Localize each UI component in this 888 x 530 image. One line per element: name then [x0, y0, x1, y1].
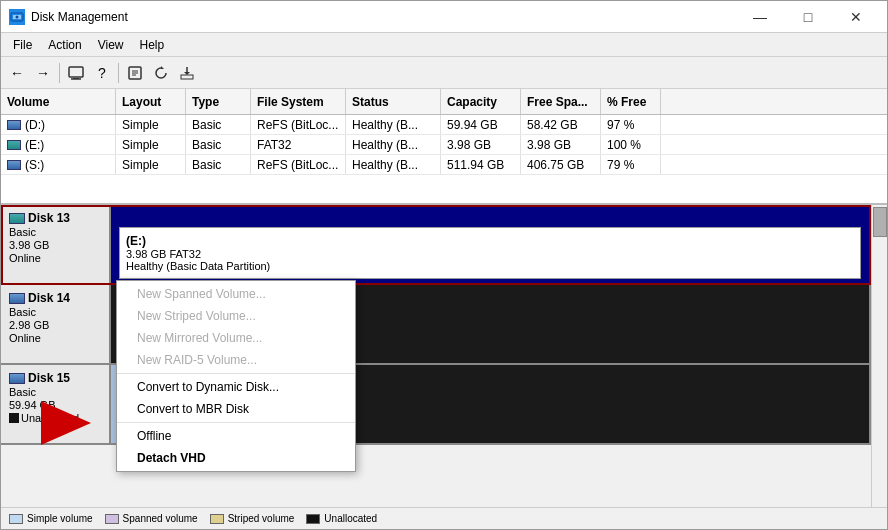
cell-volume: (S:): [1, 155, 116, 174]
legend-color-simple: [9, 514, 23, 524]
disk-info-13: Disk 13 Basic 3.98 GB Online: [1, 205, 111, 283]
table-row[interactable]: (D:) Simple Basic ReFS (BitLoc... Health…: [1, 115, 887, 135]
legend-unallocated: Unallocated: [306, 513, 377, 524]
partition-label: (E:): [126, 234, 854, 248]
disk-size-14: 2.98 GB: [9, 319, 101, 331]
ctx-separator-1: [117, 373, 355, 374]
menu-view[interactable]: View: [90, 36, 132, 54]
col-layout[interactable]: Layout: [116, 89, 186, 114]
context-menu: New Spanned Volume... New Striped Volume…: [116, 280, 356, 472]
unallocated-indicator: [9, 413, 19, 423]
legend-label-simple: Simple volume: [27, 513, 93, 524]
cell-status: Healthy (B...: [346, 135, 441, 154]
minimize-button[interactable]: —: [737, 3, 783, 31]
legend-color-spanned: [105, 514, 119, 524]
partition-e[interactable]: (E:) 3.98 GB FAT32 Healthy (Basic Data P…: [111, 205, 871, 283]
col-volume[interactable]: Volume: [1, 89, 116, 114]
export-button[interactable]: [175, 61, 199, 85]
arrow-shape: [41, 401, 91, 445]
disk-type-14: Basic: [9, 306, 101, 318]
legend-color-unallocated: [306, 514, 320, 524]
disk-info-14: Disk 14 Basic 2.98 GB Online: [1, 285, 111, 363]
col-capacity[interactable]: Capacity: [441, 89, 521, 114]
cell-free: 3.98 GB: [521, 135, 601, 154]
disk-type-15: Basic: [9, 386, 101, 398]
cell-free: 406.75 GB: [521, 155, 601, 174]
help-button[interactable]: ?: [90, 61, 114, 85]
svg-rect-3: [69, 67, 83, 77]
disk-name-row: Disk 13: [9, 211, 101, 225]
svg-marker-10: [161, 66, 164, 69]
disk-name-row-15: Disk 15: [9, 371, 101, 385]
disk-panel-13[interactable]: Disk 13 Basic 3.98 GB Online (E:) 3.98 G…: [1, 205, 871, 285]
ctx-convert-mbr[interactable]: Convert to MBR Disk: [117, 398, 355, 420]
ctx-new-spanned: New Spanned Volume...: [117, 283, 355, 305]
disk-partitions-13: (E:) 3.98 GB FAT32 Healthy (Basic Data P…: [111, 205, 871, 283]
column-headers: Volume Layout Type File System Status Ca…: [1, 89, 887, 115]
disk-name-14: Disk 14: [28, 291, 70, 305]
menu-bar: File Action View Help: [1, 33, 887, 57]
partition-detail: Healthy (Basic Data Partition): [126, 260, 854, 272]
scrollbar[interactable]: [871, 205, 887, 507]
back-button[interactable]: ←: [5, 61, 29, 85]
menu-file[interactable]: File: [5, 36, 40, 54]
arrow-indicator: [41, 401, 91, 445]
col-pct[interactable]: % Free: [601, 89, 661, 114]
legend-striped: Striped volume: [210, 513, 295, 524]
ctx-offline[interactable]: Offline: [117, 425, 355, 447]
properties-button[interactable]: [123, 61, 147, 85]
ctx-new-mirrored: New Mirrored Volume...: [117, 327, 355, 349]
legend-label-unallocated: Unallocated: [324, 513, 377, 524]
disk-icon-teal: [9, 213, 25, 224]
disk-name-row-14: Disk 14: [9, 291, 101, 305]
menu-action[interactable]: Action: [40, 36, 89, 54]
toolbar-separator-1: [59, 63, 60, 83]
drive-icon-blue: [7, 160, 21, 170]
ctx-separator-2: [117, 422, 355, 423]
cell-layout: Simple: [116, 115, 186, 134]
computer-button[interactable]: [64, 61, 88, 85]
table-row[interactable]: (E:) Simple Basic FAT32 Healthy (B... 3.…: [1, 135, 887, 155]
legend-spanned: Spanned volume: [105, 513, 198, 524]
app-icon: [9, 9, 25, 25]
refresh-button[interactable]: [149, 61, 173, 85]
cell-pct: 100 %: [601, 135, 661, 154]
disk-status: Online: [9, 252, 101, 264]
drive-icon-teal: [7, 140, 21, 150]
cell-capacity: 59.94 GB: [441, 115, 521, 134]
cell-status: Healthy (B...: [346, 155, 441, 174]
cell-capacity: 3.98 GB: [441, 135, 521, 154]
cell-layout: Simple: [116, 155, 186, 174]
legend-bar: Simple volume Spanned volume Striped vol…: [1, 507, 887, 529]
forward-button[interactable]: →: [31, 61, 55, 85]
disk-name: Disk 13: [28, 211, 70, 225]
volumes-table: (D:) Simple Basic ReFS (BitLoc... Health…: [1, 115, 887, 205]
col-free[interactable]: Free Spa...: [521, 89, 601, 114]
cell-fs: ReFS (BitLoc...: [251, 115, 346, 134]
disk-name-15: Disk 15: [28, 371, 70, 385]
cell-layout: Simple: [116, 135, 186, 154]
cell-capacity: 511.94 GB: [441, 155, 521, 174]
col-status[interactable]: Status: [346, 89, 441, 114]
col-filesystem[interactable]: File System: [251, 89, 346, 114]
disk-type: Basic: [9, 226, 101, 238]
cell-pct: 79 %: [601, 155, 661, 174]
legend-label-spanned: Spanned volume: [123, 513, 198, 524]
table-row[interactable]: (S:) Simple Basic ReFS (BitLoc... Health…: [1, 155, 887, 175]
disk-panels-area: Disk 13 Basic 3.98 GB Online (E:) 3.98 G…: [1, 205, 887, 507]
legend-color-striped: [210, 514, 224, 524]
legend-label-striped: Striped volume: [228, 513, 295, 524]
title-bar-left: Disk Management: [9, 9, 128, 25]
disk-management-window: Disk Management — □ ✕ File Action View H…: [0, 0, 888, 530]
scrollbar-thumb[interactable]: [873, 207, 887, 237]
cell-volume: (E:): [1, 135, 116, 154]
cell-type: Basic: [186, 135, 251, 154]
menu-help[interactable]: Help: [132, 36, 173, 54]
cell-fs: ReFS (BitLoc...: [251, 155, 346, 174]
svg-point-2: [16, 15, 19, 18]
close-button[interactable]: ✕: [833, 3, 879, 31]
ctx-detach-vhd[interactable]: Detach VHD: [117, 447, 355, 469]
maximize-button[interactable]: □: [785, 3, 831, 31]
ctx-convert-dynamic[interactable]: Convert to Dynamic Disk...: [117, 376, 355, 398]
col-type[interactable]: Type: [186, 89, 251, 114]
